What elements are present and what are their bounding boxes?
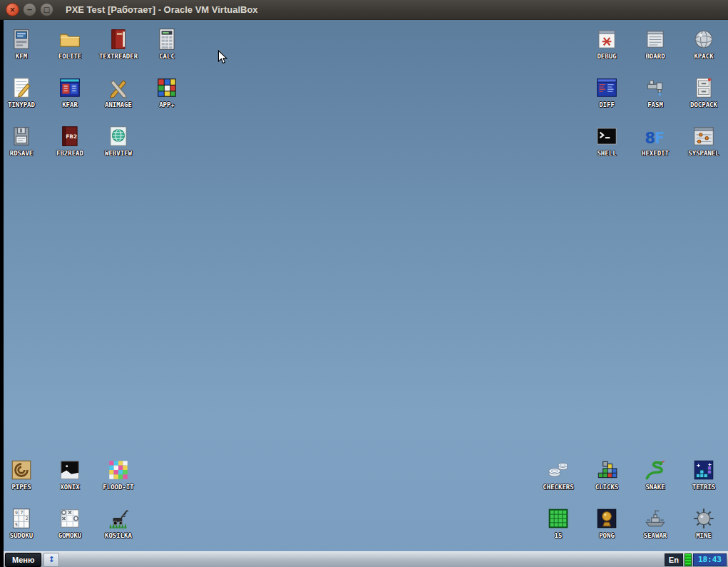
icon-label: CLICKS (580, 484, 633, 491)
desktop-icon-textreader[interactable]: TEXTREADER (92, 27, 145, 60)
book-icon (106, 27, 130, 51)
minimize-button[interactable]: − (23, 3, 36, 16)
icon-label: SYSPANEL (677, 150, 728, 157)
icon-label: DEBUG (580, 53, 633, 60)
desktop-icon-snake[interactable]: SNAKE (629, 458, 682, 491)
snake-icon (643, 458, 667, 482)
icon-label: BOARD (629, 53, 682, 60)
kolibrios-desktop[interactable]: KFM EOLITE TEXTREADER CALC TINYPAD KFAR … (4, 20, 728, 567)
desktop-icon-hexedit[interactable]: HEXEDIT (629, 124, 682, 157)
desktop-icon-kfm[interactable]: KFM (4, 27, 48, 60)
icon-label: KPACK (677, 53, 728, 60)
desktop-icon-pong[interactable]: PONG (580, 506, 633, 539)
close-icon: × (9, 6, 15, 14)
desktop-icon-tinypad[interactable]: TINYPAD (4, 76, 48, 108)
drawers-icon (692, 76, 716, 100)
desktop-icon-checkers[interactable]: CHECKERS (532, 458, 585, 491)
icon-label: RDSAVE (4, 150, 48, 157)
icon-label: TETRIS (677, 484, 728, 491)
xonix-field-icon (58, 458, 82, 482)
desktop-icon-rdsave[interactable]: RDSAVE (4, 124, 48, 157)
desktop-icon-mine[interactable]: MINE (677, 506, 728, 539)
icon-label: FLOOD-IT (92, 484, 145, 491)
icon-label: FASM (629, 101, 682, 108)
icon-label: HEXEDIT (629, 150, 682, 157)
desktop-icon-fasm[interactable]: FASM (629, 76, 682, 108)
debug-window-icon (595, 27, 619, 51)
window-title: PXE Test [Работает] - Oracle VM VirtualB… (66, 4, 258, 15)
wire-sphere-icon (692, 27, 716, 51)
desktop-icon-board[interactable]: BOARD (629, 27, 682, 60)
icon-label: GOMOKU (43, 532, 96, 539)
desktop-icon-diff[interactable]: DIFF (580, 76, 633, 108)
terminal-icon (595, 124, 619, 148)
desktop-icon-pipes[interactable]: PIPES (4, 458, 48, 491)
faucet-icon (643, 76, 667, 100)
desktop-icon-appplus[interactable]: APP+ (140, 76, 193, 108)
desktop-icon-sudoku[interactable]: SUDOKU (4, 506, 48, 539)
diff-columns-icon (595, 76, 619, 100)
desktop-icon-kpack[interactable]: KPACK (677, 27, 728, 60)
desktop-icon-webview[interactable]: WEBVIEW (92, 124, 145, 157)
desktop-icon-gomoku[interactable]: GOMOKU (43, 506, 96, 539)
icon-label: APP+ (140, 101, 193, 108)
icon-label: KFAR (43, 101, 96, 108)
desktop-icon-fifteen[interactable]: 15 (532, 506, 585, 539)
desktop-icon-fb2read[interactable]: FB2READ (43, 124, 96, 157)
desktop-icon-calc[interactable]: CALC (140, 27, 193, 60)
minimize-icon: − (26, 6, 32, 14)
desktop-icon-docpack[interactable]: DOCPACK (677, 76, 728, 108)
icon-label: CALC (140, 53, 193, 60)
desktop-icon-floodit[interactable]: FLOOD-IT (92, 458, 145, 491)
desktop-icon-eolite[interactable]: EOLITE (43, 27, 96, 60)
desktop-icon-seawar[interactable]: SEAWAR (629, 506, 682, 539)
color-grid-icon (106, 458, 130, 482)
floppy-icon (9, 124, 34, 148)
taskbar-clock[interactable]: 18:43 (693, 553, 727, 566)
xo-grid-icon (58, 506, 82, 531)
mouse-cursor (217, 50, 227, 64)
tetris-blocks-icon (692, 458, 716, 482)
desktop-icon-debug[interactable]: DEBUG (580, 27, 633, 60)
desktop-icon-tetris[interactable]: TETRIS (677, 458, 728, 491)
rubik-cube-icon (155, 76, 179, 100)
window-switch-button[interactable]: ↕ (43, 553, 59, 567)
desktop-icon-kfar[interactable]: KFAR (43, 76, 96, 108)
pipes-spiral-icon (9, 458, 34, 482)
icon-label: WEBVIEW (92, 150, 145, 157)
hex-8f-icon (643, 124, 667, 148)
icon-label: CHECKERS (532, 484, 585, 491)
icon-label: KFM (4, 53, 48, 60)
desktop-icon-animage[interactable]: ANIMAGE (92, 76, 145, 108)
pong-ball-icon (595, 506, 619, 531)
desktop-icon-shell[interactable]: SHELL (580, 124, 633, 157)
sliders-panel-icon (692, 124, 716, 148)
close-button[interactable]: × (6, 3, 19, 16)
icon-label: FB2READ (43, 150, 96, 157)
icon-label: ANIMAGE (92, 101, 145, 108)
crossed-pencils-icon (106, 76, 130, 100)
color-blocks-icon (595, 458, 619, 482)
desktop-icon-clicks[interactable]: CLICKS (580, 458, 633, 491)
maximize-button[interactable]: □ (40, 3, 53, 16)
desktop-icon-kosilka[interactable]: KOSILKA (92, 506, 145, 539)
icon-label: SNAKE (629, 484, 682, 491)
icon-label: DOCPACK (677, 101, 728, 108)
icon-label: TEXTREADER (92, 53, 145, 60)
desktop-icon-xonix[interactable]: XONIX (43, 458, 96, 491)
fifteen-puzzle-icon (546, 506, 570, 531)
lawn-mower-icon (106, 506, 130, 531)
globe-page-icon (106, 124, 130, 148)
cpu-load-indicator (685, 553, 692, 566)
calculator-icon (155, 27, 179, 51)
taskbar-right-cluster: En 18:43 (665, 553, 727, 566)
desktop-icon-syspanel[interactable]: SYSPANEL (677, 124, 728, 157)
menu-button[interactable]: Меню (5, 553, 41, 567)
kfm-icon (9, 27, 34, 51)
icon-label: PIPES (4, 484, 48, 491)
icon-label: DIFF (580, 101, 633, 108)
naval-mine-icon (692, 506, 716, 531)
maximize-icon: □ (43, 6, 50, 14)
virtualbox-window: × − □ PXE Test [Работает] - Oracle VM Vi… (0, 0, 728, 567)
language-indicator[interactable]: En (665, 553, 683, 566)
